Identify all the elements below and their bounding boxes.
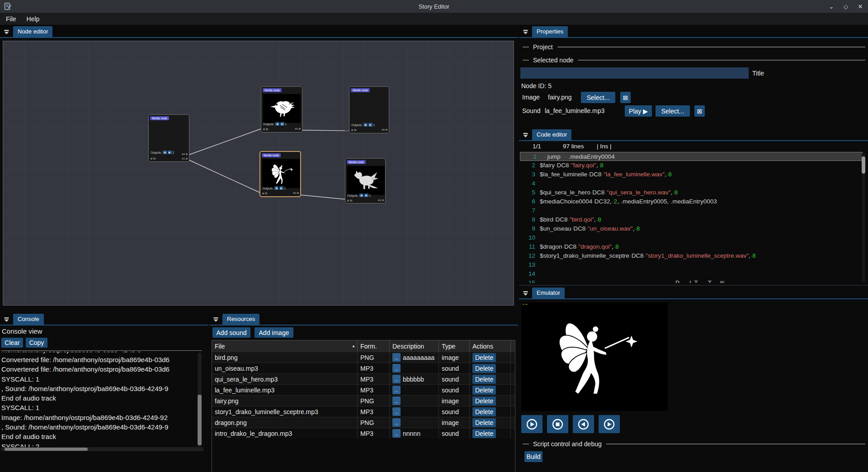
delete-button[interactable]: Delete <box>472 386 496 395</box>
node-input-port[interactable]: In <box>262 192 267 195</box>
sound-play-button[interactable]: Play ▶ <box>625 105 652 117</box>
node-media-choice[interactable]: Media node Outputs: ◀ ▶ 2 In #0 #1 <box>148 114 189 162</box>
node-input-port[interactable]: In <box>263 127 268 131</box>
column-actions[interactable]: Actions <box>470 340 511 352</box>
node-canvas[interactable]: Media node Outputs: ◀ ▶ 2 In #0 #1 <box>3 41 514 306</box>
code-line[interactable]: 15P l T T iti <box>519 278 868 283</box>
code-line[interactable]: 4 <box>519 179 868 188</box>
edit-description-button[interactable]: .. <box>392 407 401 416</box>
table-row[interactable]: intro_drako_le_dragon.mp3MP3..nnnnnsound… <box>212 428 515 439</box>
code-line[interactable]: 1→jump····.mediaEntry0004 <box>520 152 863 161</box>
code-line[interactable]: 6$mediaChoice0004·DC32,·2,·.mediaEntry00… <box>519 197 868 206</box>
delete-button[interactable]: Delete <box>472 418 496 427</box>
edit-description-button[interactable]: .. <box>392 353 401 362</box>
delete-button[interactable]: Delete <box>472 364 496 373</box>
delete-button[interactable]: Delete <box>472 407 496 416</box>
add-sound-button[interactable]: Add sound <box>212 327 250 338</box>
title-input[interactable] <box>520 67 749 79</box>
outputs-increment-button[interactable]: ▶ <box>168 151 172 154</box>
node-output-port[interactable]: #0 <box>182 153 188 156</box>
outputs-increment-button[interactable]: ▶ <box>280 122 284 126</box>
node-output-port[interactable]: #0 <box>378 199 384 202</box>
tab-code-editor[interactable]: Code editor <box>532 129 571 140</box>
tab-emulator[interactable]: Emulator <box>532 288 565 298</box>
table-row[interactable]: story1_drako_luminelle_sceptre.mp3MP3..s… <box>212 406 515 417</box>
column-description[interactable]: Description <box>390 340 439 352</box>
code-line[interactable]: 2$fairy·DC8·"fairy.qoi",·8 <box>519 161 868 170</box>
node-input-port[interactable]: In <box>351 128 356 132</box>
column-type[interactable]: Type <box>439 340 470 352</box>
image-clear-button[interactable]: ⊠ <box>620 92 631 103</box>
code-line[interactable]: 8$bird·DC8·"bird.qoi",·8 <box>519 215 868 224</box>
column-format[interactable]: Form. <box>358 340 390 352</box>
outputs-increment-button[interactable]: ▶ <box>364 194 368 197</box>
outputs-increment-button[interactable]: ▶ <box>279 186 283 190</box>
image-select-button[interactable]: Select... <box>581 92 615 103</box>
edit-description-button[interactable]: .. <box>392 396 401 405</box>
build-button[interactable]: Build <box>524 451 542 462</box>
delete-button[interactable]: Delete <box>472 396 496 406</box>
console-hscrollbar-thumb[interactable] <box>5 448 88 451</box>
collapse-icon[interactable] <box>4 29 9 34</box>
node-output-port[interactable]: #0 <box>382 128 387 131</box>
node-output-port[interactable]: #1 <box>182 157 188 160</box>
code-line[interactable]: 14 <box>519 269 868 278</box>
outputs-decrement-button[interactable]: ◀ <box>275 122 279 126</box>
collapse-icon[interactable] <box>523 132 528 137</box>
play-button[interactable] <box>521 415 542 433</box>
console-vscrollbar-thumb[interactable] <box>198 395 202 445</box>
code-line[interactable]: 12$story1_drako_luminelle_sceptre·DC8·"s… <box>519 251 868 260</box>
code-editor-content[interactable]: 1→jump····.mediaEntry00042$fairy·DC8·"fa… <box>519 152 868 283</box>
sound-select-button[interactable]: Select... <box>656 105 690 117</box>
edit-description-button[interactable]: .. <box>392 364 401 373</box>
console-copy-button[interactable]: Copy <box>26 338 47 348</box>
table-row[interactable]: fairy.pngPNG..imageDelete <box>212 395 515 406</box>
tab-node-editor[interactable]: Node editor <box>13 26 52 37</box>
outputs-decrement-button[interactable]: ◀ <box>363 123 368 127</box>
menu-file[interactable]: File <box>1 14 21 24</box>
add-image-button[interactable]: Add image <box>255 327 293 338</box>
menu-help[interactable]: Help <box>22 14 44 24</box>
outputs-decrement-button[interactable]: ◀ <box>359 194 363 197</box>
delete-button[interactable]: Delete <box>472 375 496 384</box>
table-row[interactable]: la_fee_luminelle.mp3MP3..soundDelete <box>212 384 515 395</box>
node-media-dragon[interactable]: Media node Outputs: ◀ ▶ 1 In #0 <box>345 158 386 203</box>
node-media-bird[interactable]: Media node Outputs: ◀ ▶ 1 In #0 <box>261 86 302 132</box>
node-output-port[interactable]: #0 <box>295 127 301 130</box>
collapse-icon[interactable] <box>4 317 9 322</box>
table-row[interactable]: dragon.pngPNG..imageDelete <box>212 417 515 428</box>
outputs-decrement-button[interactable]: ◀ <box>163 151 167 154</box>
console-clear-button[interactable]: Clear <box>1 338 23 348</box>
tab-resources[interactable]: Resources <box>222 314 259 325</box>
node-media-empty[interactable]: Media node Outputs: ◀ ▶ 1 In #0 <box>349 86 389 133</box>
code-line[interactable]: 10 <box>519 233 868 242</box>
node-input-port[interactable]: In <box>347 199 352 202</box>
edit-description-button[interactable]: .. <box>392 386 401 394</box>
minimize-icon[interactable]: ⌄ <box>826 1 836 11</box>
delete-button[interactable]: Delete <box>472 353 496 362</box>
edit-description-button[interactable]: .. <box>392 375 401 383</box>
close-icon[interactable]: ✕ <box>855 1 865 11</box>
collapse-icon[interactable] <box>523 291 528 296</box>
maximize-icon[interactable]: ◇ <box>841 1 851 11</box>
table-row[interactable]: bird.pngPNG..aaaaaaaaaimageDelete <box>212 352 515 363</box>
sound-clear-button[interactable]: ⊠ <box>694 105 705 117</box>
stop-button[interactable] <box>547 415 568 433</box>
tab-console[interactable]: Console <box>13 314 44 325</box>
step-forward-button[interactable] <box>599 415 620 433</box>
table-row[interactable]: un_oiseau.mp3MP3..soundDelete <box>212 363 515 373</box>
code-line[interactable]: 7 <box>519 206 868 215</box>
code-line[interactable]: 3$la_fee_luminelle·DC8·"la_fee_luminelle… <box>519 170 868 179</box>
table-row[interactable]: qui_sera_le_hero.mp3MP3..bbbbbbsoundDele… <box>212 373 515 384</box>
code-line[interactable]: 9$un_oiseau·DC8·"un_oiseau.wav",·8 <box>519 224 868 233</box>
outputs-increment-button[interactable]: ▶ <box>368 123 373 127</box>
code-scrollbar-thumb[interactable] <box>862 156 865 174</box>
collapse-icon[interactable] <box>523 29 528 34</box>
step-back-button[interactable] <box>573 415 594 433</box>
code-line[interactable]: 13 <box>519 260 868 269</box>
collapse-icon[interactable] <box>213 317 218 322</box>
node-output-port[interactable]: #0 <box>293 192 299 194</box>
code-line[interactable]: 5$qui_sera_le_hero·DC8·"qui_sera_le_hero… <box>519 188 868 197</box>
edit-description-button[interactable]: .. <box>392 418 401 427</box>
column-file[interactable]: File▲ <box>212 340 358 352</box>
